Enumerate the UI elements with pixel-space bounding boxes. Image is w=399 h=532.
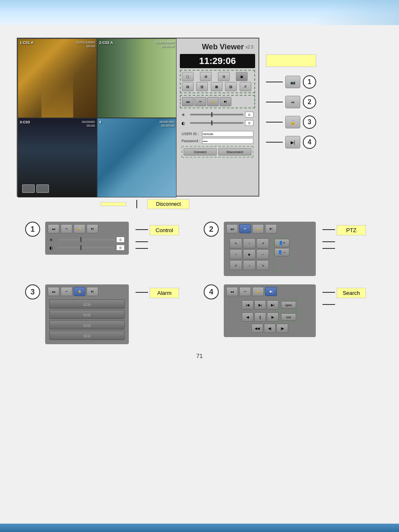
ann-icon-3: 🔒 [285, 116, 300, 128]
bottom-bar [0, 524, 399, 532]
mp2-btn-play[interactable]: ▶| [265, 224, 277, 233]
mini-contrast-row: ◐ 0 [49, 245, 125, 251]
disconnect-button[interactable]: Disconnect [218, 148, 251, 156]
ctrl-btn-cam[interactable]: 📷 [182, 97, 194, 106]
ptz-down-left[interactable]: ↙ [230, 260, 242, 270]
mini-contrast-track[interactable] [58, 247, 115, 248]
main-content: 1:C01 A 01/01/1000000:00 2:C02 A 01/01/1… [0, 25, 399, 368]
search-rew-fast[interactable]: ◀◀ [251, 324, 263, 333]
ptz-up-right[interactable]: ↗ [256, 238, 269, 248]
search-label: Search [337, 288, 366, 298]
connect-button[interactable]: Connect [184, 148, 217, 156]
mp3-btn-alarm[interactable]: 🔒 [74, 287, 85, 296]
layout-btn-3x3[interactable]: ▣ [236, 72, 248, 81]
ptz-label: PTZ [337, 225, 366, 235]
cam4-label: 4 [99, 120, 101, 124]
password-input[interactable] [202, 138, 253, 144]
ptz-up[interactable]: ↑ [243, 238, 256, 248]
alarm-label: Alarm [150, 288, 179, 298]
mp3-btn-cam[interactable]: 📷 [48, 287, 59, 296]
panel-item-2: 2 📷 ⇔ 🔒 ▶| ↖ ↑ ↗ ← [204, 222, 374, 276]
mini-contrast-icon: ◐ [49, 246, 56, 250]
layout-btn-b[interactable]: ▥ [196, 82, 208, 91]
mp3-btn-play[interactable]: ▶| [87, 287, 98, 296]
preset-go[interactable]: 👤→ [274, 248, 289, 256]
open-exit-group: open [279, 299, 298, 310]
mp1-btn-cam[interactable]: 📷 [48, 224, 59, 233]
search-fwd[interactable]: ▶ [267, 312, 279, 322]
layout-btn-1x1[interactable]: ▢ [182, 72, 194, 81]
search-step-fwd[interactable]: |▶ [276, 324, 288, 333]
camera-cell-3: 3:C03 00/00/0000:00 [18, 118, 97, 197]
mp4-btn-alarm[interactable]: 🔒 [252, 287, 264, 296]
brightness-value: 0 [245, 112, 253, 118]
search-first[interactable]: |◀ [242, 300, 253, 309]
web-viewer-panel: Web Viewer v2.5 11:29:06 ▢ ⊞ ⊟ ▣ ▤ [176, 38, 258, 196]
layout-btn-e[interactable]: ↺ [240, 82, 251, 91]
top-annotation-box [266, 54, 316, 67]
mp4-btn-cam[interactable]: 📷 [226, 287, 238, 296]
layout-btn-2x2[interactable]: ⊞ [200, 72, 212, 81]
ann-icon-1: 📷 [285, 76, 300, 88]
panel-num-4: 4 [204, 284, 219, 299]
search-pause[interactable]: ‖ [254, 312, 266, 322]
mp1-btn-play[interactable]: ▶| [87, 224, 98, 233]
mini-panel-4-top: 📷 ⇔ 🔒 ▶| [226, 287, 313, 296]
userid-label: USER ID : [182, 132, 200, 136]
mini-brightness-track[interactable] [58, 239, 115, 240]
layout-btn-a[interactable]: ▤ [182, 82, 194, 91]
layout-btn-2x3[interactable]: ⊟ [218, 72, 230, 81]
mp2-btn-ptz[interactable]: ⇔ [239, 224, 251, 233]
web-viewer-container: 1:C01 A 01/01/1000000:00 2:C02 A 01/01/1… [17, 38, 259, 197]
alarm-item-4: ((△)) [49, 331, 125, 340]
contrast-track[interactable] [190, 122, 243, 124]
ctrl-btn-play[interactable]: ▶| [220, 97, 231, 106]
p2-line-3 [322, 248, 335, 249]
ptz-stop[interactable]: ■ [243, 249, 256, 259]
login-section: USER ID : Password : Connect Disconnect [180, 129, 255, 159]
alarm-item-3: ((△)) [49, 320, 125, 330]
disconnect-callout: Disconnect [147, 199, 189, 209]
ctrl-btn-move[interactable]: ⇔ [194, 97, 206, 106]
password-label: Password : [182, 139, 200, 143]
mp1-btn-ptz[interactable]: ⇔ [61, 224, 72, 233]
ctrl-btn-lock[interactable]: 🔒 [207, 97, 219, 106]
mp4-btn-search[interactable]: ▶| [265, 287, 277, 296]
search-rew[interactable]: ◀ [242, 312, 253, 322]
ptz-right[interactable]: → [256, 249, 269, 259]
circle-3: 3 [303, 115, 316, 129]
ptz-down-right[interactable]: ↘ [256, 260, 269, 270]
exit-button[interactable]: exit [281, 313, 296, 321]
mp2-btn-lock[interactable]: 🔒 [252, 224, 264, 233]
brightness-slider-row: ✳ 0 [182, 112, 253, 118]
preset-add[interactable]: 👤+ [274, 239, 289, 247]
mp3-btn-ptz[interactable]: ⇔ [61, 287, 72, 296]
connect-callout-empty [100, 202, 126, 206]
mini-brightness-row: ✳ 0 [49, 237, 125, 243]
panel-item-1: 1 📷 ⇔ 🔒 ▶| ✳ [25, 222, 195, 276]
ptz-down[interactable]: ↓ [243, 260, 256, 270]
search-step-back[interactable]: ◀| [264, 324, 276, 333]
mini-brightness-val: 0 [116, 237, 125, 243]
ann-line-3 [266, 122, 283, 123]
p4-line-2 [322, 304, 335, 305]
ptz-left[interactable]: ← [230, 249, 242, 259]
layout-btn-d[interactable]: ▧ [225, 82, 237, 91]
mini-contrast-val: 0 [116, 245, 125, 251]
panel-title: Web Viewer [202, 43, 244, 51]
search-last[interactable]: ▶| [267, 300, 279, 309]
camera-cell-2: 2:C02 A 01/01/1000000:00:00 [97, 38, 176, 118]
brightness-track[interactable] [190, 114, 243, 115]
slider-section: ✳ 0 ◐ 0 [180, 110, 255, 128]
mp1-btn-lock[interactable]: 🔒 [74, 224, 85, 233]
userid-input[interactable] [202, 131, 253, 137]
open-button[interactable]: open [281, 301, 296, 309]
mini-panel-2: 📷 ⇔ 🔒 ▶| ↖ ↑ ↗ ← ■ → [224, 222, 316, 276]
p1-line-3 [136, 248, 148, 249]
search-prev-fast[interactable]: ▶| [254, 300, 266, 309]
layout-btn-c[interactable]: ▦ [211, 82, 223, 91]
mp4-btn-ptz[interactable]: ⇔ [239, 287, 251, 296]
mp2-btn-cam[interactable]: 📷 [226, 224, 238, 233]
ptz-up-left[interactable]: ↖ [230, 238, 242, 248]
mini-brightness-icon: ✳ [49, 238, 56, 242]
